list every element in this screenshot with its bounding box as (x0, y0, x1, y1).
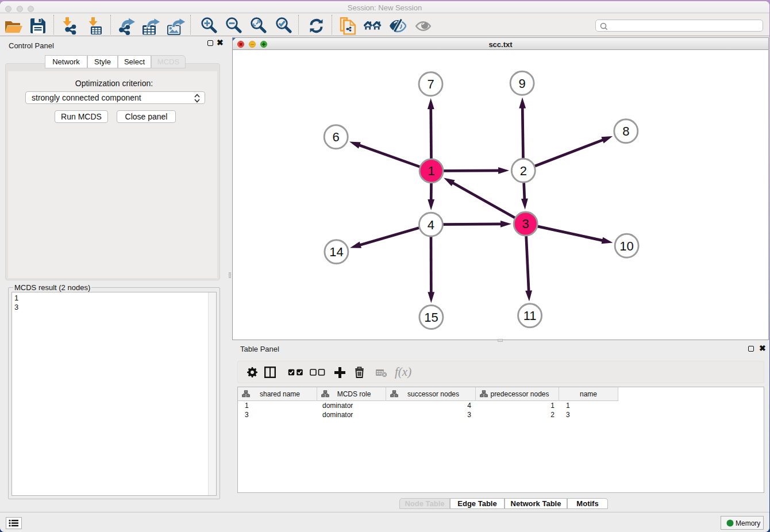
svg-text:3: 3 (522, 217, 529, 231)
svg-text:7: 7 (427, 77, 434, 91)
svg-text:2: 2 (520, 164, 527, 178)
svg-text:9: 9 (518, 76, 525, 91)
svg-text:15: 15 (424, 310, 438, 325)
svg-text:1: 1 (428, 164, 434, 178)
svg-text:10: 10 (619, 239, 633, 253)
svg-text:4: 4 (428, 218, 434, 232)
svg-text:6: 6 (333, 130, 340, 144)
svg-text:8: 8 (622, 124, 629, 138)
svg-text:11: 11 (523, 309, 537, 323)
svg-text:14: 14 (329, 245, 343, 259)
